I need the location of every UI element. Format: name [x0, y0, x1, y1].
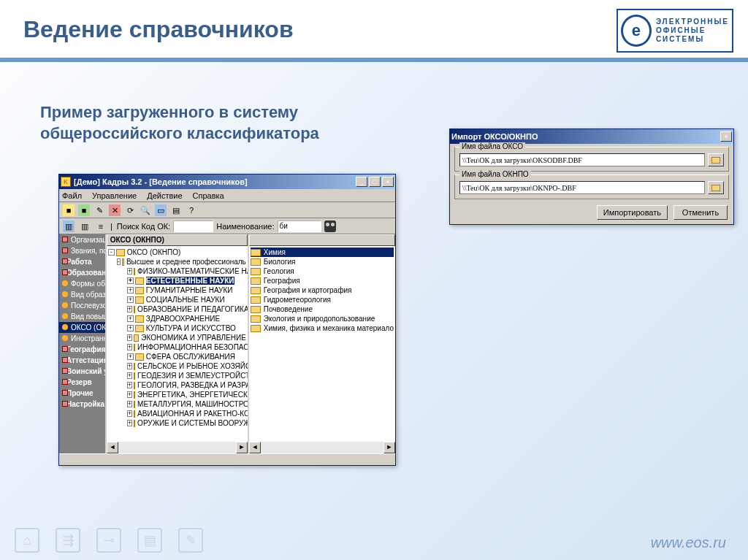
toolbar2-btn-2[interactable]: ▥: [78, 220, 91, 233]
tree[interactable]: -ОКСО (ОКНПО)-Высшее и среднее профессио…: [107, 246, 248, 442]
list-item[interactable]: Экология и природопользование: [251, 314, 394, 323]
expand-icon[interactable]: +: [127, 391, 132, 398]
nav-item[interactable]: Послевузовское образо: [59, 300, 105, 311]
toolbar-btn-2[interactable]: ■: [77, 204, 91, 217]
nav-item[interactable]: Аттестация: [59, 355, 105, 366]
expand-icon[interactable]: +: [127, 268, 132, 275]
scroll-right-icon[interactable]: ►: [383, 442, 395, 453]
oknpo-browse-button[interactable]: [708, 181, 724, 194]
nav-item[interactable]: Образование, обучение: [59, 267, 105, 278]
tree-row[interactable]: +СЕЛЬСКОЕ И РЫБНОЕ ХОЗЯЙСТ: [108, 361, 246, 371]
tree-row[interactable]: +СФЕРА ОБСЛУЖИВАНИЯ: [108, 352, 246, 361]
menu-help[interactable]: Справка: [193, 191, 224, 200]
scroll-right-icon[interactable]: ►: [236, 442, 248, 453]
toolbar-btn-5[interactable]: ⟳: [123, 204, 137, 217]
tree-hscroll[interactable]: ◄ ►: [107, 442, 248, 453]
expand-icon[interactable]: +: [127, 306, 132, 312]
expand-icon[interactable]: +: [127, 325, 134, 331]
expand-icon[interactable]: +: [127, 410, 132, 417]
expand-icon[interactable]: +: [127, 315, 134, 322]
search-name-input[interactable]: [278, 220, 321, 232]
close-button[interactable]: ×: [382, 177, 394, 187]
import-button[interactable]: Импортировать: [597, 205, 668, 220]
toolbar-btn-1[interactable]: ■: [62, 204, 75, 217]
tree-row[interactable]: +ГУМАНИТАРНЫЕ НАУКИ: [108, 285, 246, 295]
okso-path-input[interactable]: [459, 153, 705, 166]
list-item[interactable]: Гидрометеорология: [251, 295, 394, 304]
nav-item[interactable]: Воинский учет: [59, 366, 105, 377]
nav-item[interactable]: Резерв: [59, 377, 105, 388]
tree-row[interactable]: -ОКСО (ОКНПО): [108, 248, 246, 257]
toolbar-btn-3[interactable]: ✎: [93, 204, 106, 217]
expand-icon[interactable]: +: [127, 353, 134, 360]
expand-icon[interactable]: +: [127, 372, 132, 379]
expand-icon[interactable]: +: [127, 344, 132, 350]
list-item[interactable]: Химия, физика и механика материало: [251, 323, 394, 333]
toolbar-btn-search[interactable]: 🔍: [139, 204, 152, 217]
scroll-left-icon[interactable]: ◄: [107, 442, 118, 453]
tree-row[interactable]: +ОБРАЗОВАНИЕ И ПЕДАГОГИКА: [108, 304, 246, 314]
nav-item[interactable]: Вид повышения квалифи: [59, 311, 105, 322]
dialog-close-button[interactable]: ×: [720, 131, 732, 142]
nav-item[interactable]: География, командировки: [59, 344, 105, 355]
dialog-titlebar[interactable]: Импорт ОКСО/ОКНПО ×: [450, 129, 733, 144]
expand-icon[interactable]: +: [127, 401, 132, 407]
nav-item[interactable]: Настройка системы: [59, 399, 105, 410]
list-hscroll[interactable]: ◄ ►: [249, 442, 395, 453]
toolbar-btn-8[interactable]: ▤: [169, 204, 183, 217]
minimize-button[interactable]: _: [356, 177, 367, 187]
menu-action[interactable]: Действие: [147, 191, 182, 200]
list-item[interactable]: География: [251, 276, 394, 285]
expand-icon[interactable]: +: [127, 287, 134, 294]
binoculars-icon[interactable]: [324, 220, 336, 232]
tree-row[interactable]: +КУЛЬТУРА И ИСКУССТВО: [108, 323, 246, 333]
toolbar-btn-9[interactable]: ?: [185, 204, 198, 217]
scroll-left-icon[interactable]: ◄: [249, 442, 261, 453]
menu-manage[interactable]: Управление: [92, 191, 137, 200]
nav-item[interactable]: Работа: [59, 256, 105, 267]
toolbar-btn-7[interactable]: ▭: [154, 204, 167, 217]
expand-icon[interactable]: +: [127, 420, 132, 426]
expand-icon[interactable]: +: [127, 382, 132, 388]
nav-item[interactable]: Иностранные языки: [59, 333, 105, 344]
expand-icon[interactable]: +: [127, 363, 132, 369]
tree-row[interactable]: +ЕСТЕСТВЕННЫЕ НАУКИ: [108, 276, 246, 285]
tree-row[interactable]: +ЭНЕРГЕТИКА, ЭНЕРГЕТИЧЕСКО: [108, 390, 246, 399]
list-item[interactable]: Химия: [251, 248, 394, 257]
list-item[interactable]: Почвоведение: [251, 304, 394, 314]
tree-row[interactable]: +ЭКОНОМИКА И УПРАВЛЕНИЕ: [108, 333, 246, 342]
nav-item[interactable]: Организации, должности: [59, 234, 105, 245]
list-item[interactable]: География и картография: [251, 285, 394, 295]
main-titlebar[interactable]: K [Демо] Кадры 3.2 - [Ведение справочник…: [59, 174, 395, 189]
list[interactable]: ХимияБиологияГеологияГеографияГеография …: [249, 246, 395, 442]
maximize-button[interactable]: □: [369, 177, 381, 187]
expand-icon[interactable]: +: [127, 296, 134, 303]
nav-item[interactable]: ОКСО (ОКНПО): [59, 322, 105, 333]
tree-row[interactable]: +МЕТАЛЛУРГИЯ, МАШИНОСТРОЕ: [108, 399, 246, 409]
toolbar2-btn-3[interactable]: ≡: [94, 220, 107, 233]
nav-item[interactable]: Звания, поощрения, взыска: [59, 245, 105, 256]
tree-row[interactable]: +СОЦИАЛЬНЫЕ НАУКИ: [108, 295, 246, 304]
tree-row[interactable]: +АВИАЦИОННАЯ И РАКЕТНО-КОС: [108, 409, 246, 418]
nav-item[interactable]: Формы обучения: [59, 278, 105, 289]
okso-browse-button[interactable]: [708, 153, 724, 166]
tree-row[interactable]: +ОРУЖИЕ И СИСТЕМЫ ВООРУЖЕ: [108, 418, 246, 428]
search-code-input[interactable]: [173, 220, 213, 232]
expand-icon[interactable]: +: [127, 334, 132, 341]
tree-row[interactable]: +ГЕОДЕЗИЯ И ЗЕМЛЕУСТРОЙСТВ: [108, 371, 246, 380]
tree-row[interactable]: +ИНФОРМАЦИОННАЯ БЕЗОПАСН: [108, 342, 246, 352]
cancel-button[interactable]: Отменить: [673, 205, 728, 220]
oknpo-path-input[interactable]: [459, 181, 705, 194]
menu-file[interactable]: Файл: [62, 191, 82, 200]
tree-row[interactable]: +ЗДРАВООХРАНЕНИЕ: [108, 314, 246, 323]
tree-row[interactable]: +ГЕОЛОГИЯ, РАЗВЕДКА И РАЗРА: [108, 380, 246, 390]
tree-row[interactable]: +ФИЗИКО-МАТЕМАТИЧЕСКИЕ НАУ: [108, 266, 246, 276]
list-item[interactable]: Геология: [251, 266, 394, 276]
nav-item[interactable]: Прочие: [59, 388, 105, 399]
collapse-icon[interactable]: -: [117, 258, 121, 265]
nav-item[interactable]: Вид образования: [59, 289, 105, 300]
toolbar2-btn-1[interactable]: ▥: [62, 220, 75, 233]
toolbar-btn-4[interactable]: ✕: [108, 204, 121, 217]
list-item[interactable]: Биология: [251, 257, 394, 266]
tree-row[interactable]: -Высшее и среднее профессиональ: [108, 257, 246, 266]
